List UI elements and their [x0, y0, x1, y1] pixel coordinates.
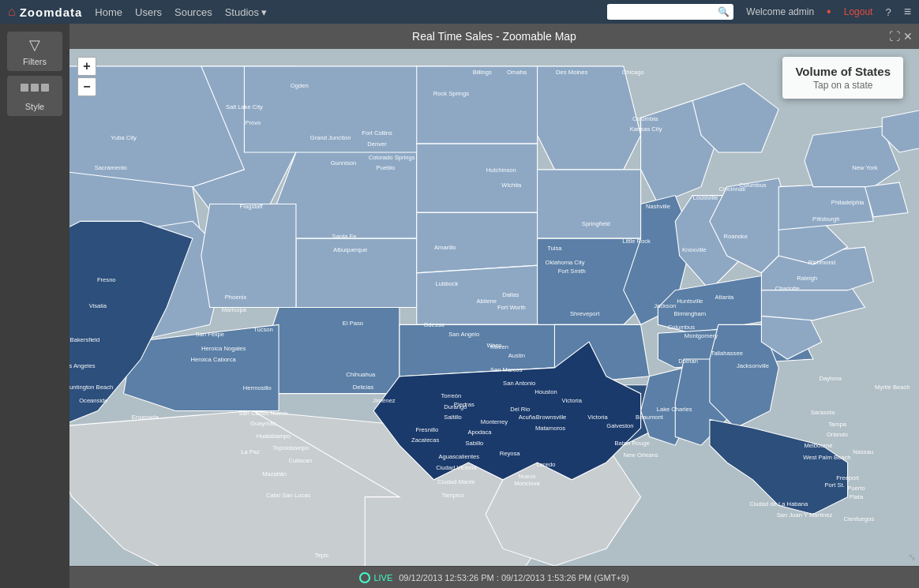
- style-button[interactable]: Style: [7, 76, 62, 116]
- left-sidebar: ▽ Filters Style: [0, 24, 69, 588]
- map-zoom-controls: + −: [77, 57, 96, 96]
- title-actions: ⛶ ✕: [889, 30, 913, 43]
- svg-rect-1: [31, 84, 39, 92]
- zoom-in-button[interactable]: +: [77, 57, 96, 76]
- content-area: Real Time Sales - Zoomable Map ⛶ ✕ + − V…: [69, 24, 919, 588]
- live-dot-icon: [359, 572, 370, 583]
- zoom-out-button[interactable]: −: [77, 77, 96, 96]
- search-box: 🔍: [607, 4, 733, 20]
- style-label: Style: [25, 102, 44, 111]
- resize-handle[interactable]: ⤡: [908, 552, 916, 563]
- kansas-state[interactable]: [417, 264, 555, 324]
- welcome-text: Welcome admin: [746, 6, 814, 17]
- nav-sources[interactable]: Sources: [174, 6, 212, 18]
- map-container: + − Volume of States Tap on a state: [69, 49, 919, 566]
- nav-studios[interactable]: Studios ▾: [225, 6, 267, 18]
- app-name: Zoomdata: [20, 6, 83, 19]
- colorado-state[interactable]: [296, 238, 417, 307]
- pennsylvania-state[interactable]: [778, 182, 873, 230]
- iowa-state[interactable]: [538, 170, 641, 238]
- south-dakota-state[interactable]: [417, 144, 538, 212]
- style-icon: [21, 81, 49, 99]
- svg-rect-0: [21, 84, 28, 92]
- help-button[interactable]: ?: [885, 6, 891, 18]
- live-label: LIVE: [373, 573, 392, 582]
- search-button[interactable]: 🔍: [718, 6, 730, 17]
- nebraska-state[interactable]: [417, 212, 555, 272]
- svg-rect-2: [41, 84, 49, 92]
- chart-title: Real Time Sales - Zoomable Map: [412, 30, 576, 43]
- logout-button[interactable]: Logout: [844, 6, 873, 17]
- minnesota-state[interactable]: [538, 66, 641, 170]
- expand-button[interactable]: ⛶: [889, 30, 900, 43]
- status-bar: LIVE 09/12/2013 12:53:26 PM : 09/12/2013…: [69, 566, 919, 588]
- main-layout: ▽ Filters Style Real Time Sales - Zoomab…: [0, 24, 919, 588]
- filter-icon: ▽: [29, 36, 40, 54]
- menu-button[interactable]: ≡: [904, 5, 911, 19]
- map-tooltip: Volume of States Tap on a state: [782, 57, 903, 99]
- filters-button[interactable]: ▽ Filters: [7, 32, 62, 71]
- chart-title-bar: Real Time Sales - Zoomable Map ⛶ ✕: [69, 24, 919, 49]
- top-navigation: ⌂ Zoomdata Home Users Sources Studios ▾ …: [0, 0, 919, 24]
- map-svg[interactable]: Yuba City Sacramento Fresno Visalia Bake…: [69, 49, 919, 566]
- time-range-text: 09/12/2013 12:53:26 PM : 09/12/2013 1:53…: [399, 573, 628, 582]
- nav-users[interactable]: Users: [135, 6, 162, 18]
- new-mexico-state[interactable]: [261, 308, 399, 394]
- tooltip-subtitle: Tap on a state: [795, 80, 891, 91]
- utah-state[interactable]: [201, 204, 296, 308]
- filters-label: Filters: [23, 57, 47, 66]
- close-button[interactable]: ✕: [903, 30, 913, 43]
- logo-icon: ⌂: [8, 5, 17, 19]
- nav-home[interactable]: Home: [95, 6, 122, 18]
- search-input[interactable]: [607, 5, 718, 19]
- separator-dot: •: [827, 5, 831, 19]
- live-indicator: LIVE: [359, 572, 392, 583]
- tooltip-title: Volume of States: [795, 65, 891, 78]
- app-logo: ⌂ Zoomdata: [8, 5, 82, 19]
- north-dakota-state[interactable]: [417, 66, 538, 144]
